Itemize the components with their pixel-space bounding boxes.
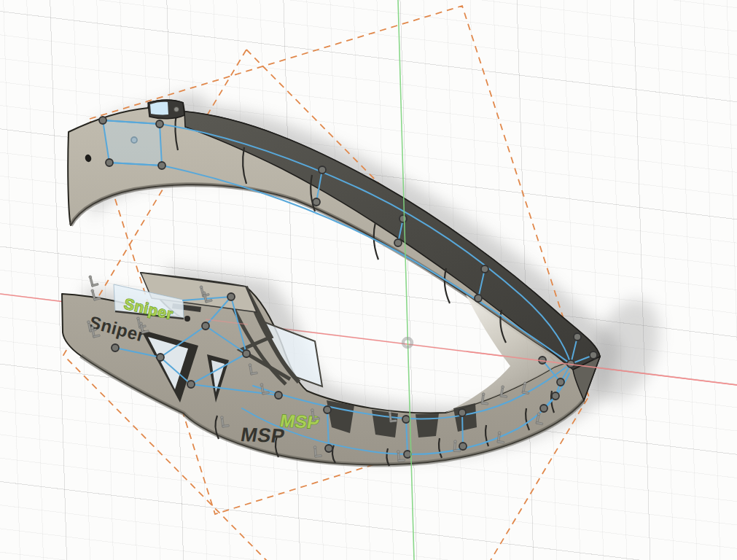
rail-top-slot [148,100,184,119]
small-hole [184,316,190,322]
y-axis-line [398,0,414,560]
viewport-canvas[interactable]: Sniper MSP Sniper MSP [0,0,737,560]
